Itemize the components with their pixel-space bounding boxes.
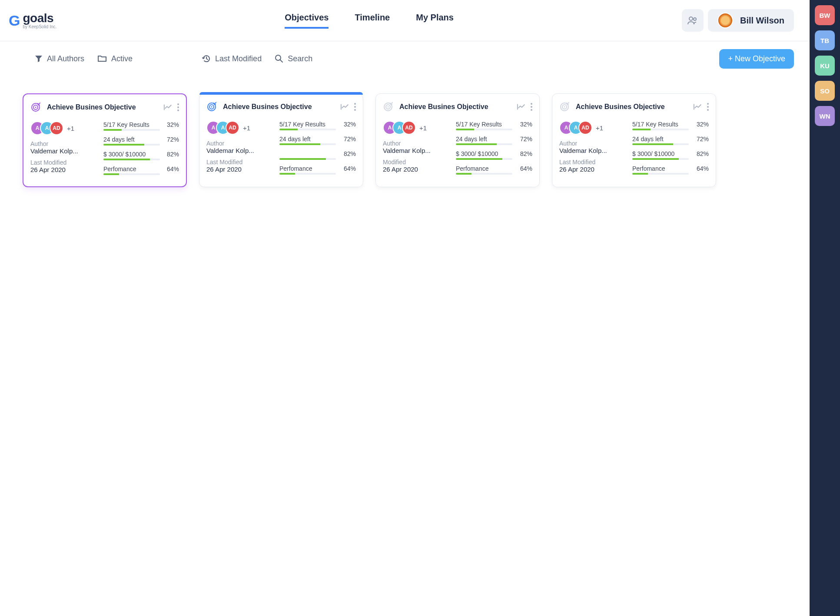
metric-percent: 64% bbox=[520, 165, 532, 172]
collaborator-avatars[interactable]: A A AD +1 bbox=[559, 121, 624, 135]
author-label: Author bbox=[383, 140, 448, 147]
progress-bar bbox=[279, 158, 336, 160]
chart-icon[interactable] bbox=[340, 103, 350, 111]
header: G goals by KeepSolid Inc. Objectives Tim… bbox=[0, 0, 810, 41]
metric-row: 24 days left72% bbox=[456, 136, 532, 145]
modified-value: 26 Apr 2020 bbox=[383, 166, 448, 173]
metric-percent: 72% bbox=[344, 136, 356, 142]
author-value: Valdemar Kolp... bbox=[559, 147, 624, 154]
objective-card[interactable]: Achieve Busines Objective A A AD +1 Auth… bbox=[23, 93, 187, 187]
metric-label: $ 3000/ $10000 bbox=[103, 151, 146, 158]
modified-value: 26 Apr 2020 bbox=[559, 166, 624, 173]
chart-icon[interactable] bbox=[163, 103, 173, 111]
metric-row: Perfomance64% bbox=[279, 165, 356, 175]
new-objective-button[interactable]: + New Objective bbox=[719, 49, 794, 69]
rail-user-chip[interactable]: SO bbox=[815, 81, 835, 101]
collaborator-avatars[interactable]: A A AD +1 bbox=[383, 121, 448, 135]
filter-authors[interactable]: All Authors bbox=[35, 54, 84, 63]
user-chip[interactable]: Bill Wilson bbox=[708, 9, 794, 32]
app-name: goals bbox=[23, 12, 56, 24]
metric-percent: 64% bbox=[344, 165, 356, 172]
card-title: Achieve Busines Objective bbox=[47, 103, 136, 111]
filter-status[interactable]: Active bbox=[97, 54, 133, 63]
metric-row: Perfomance64% bbox=[456, 165, 532, 175]
metric-percent: 72% bbox=[167, 136, 179, 143]
metric-label: 24 days left bbox=[632, 136, 664, 142]
progress-bar bbox=[456, 129, 512, 130]
filter-sort[interactable]: Last Modified bbox=[202, 54, 262, 63]
avatar-extra-count: +1 bbox=[596, 124, 603, 132]
target-icon bbox=[383, 102, 393, 112]
card-title: Achieve Busines Objective bbox=[576, 103, 665, 111]
modified-value: 26 Apr 2020 bbox=[30, 166, 96, 173]
rail-user-chip[interactable]: BW bbox=[815, 5, 835, 25]
author-label: Author bbox=[559, 140, 624, 147]
metric-label: 5/17 Key Results bbox=[632, 121, 678, 128]
metric-percent: 72% bbox=[520, 136, 532, 142]
history-icon bbox=[202, 54, 211, 63]
metric-percent: 32% bbox=[520, 121, 532, 128]
metric-row: 5/17 Key Results32% bbox=[632, 121, 709, 130]
metric-percent: 32% bbox=[167, 121, 179, 128]
objective-card[interactable]: Achieve Busines Objective A A AD +1 Auth… bbox=[375, 93, 540, 187]
chart-icon[interactable] bbox=[693, 103, 703, 111]
target-icon bbox=[30, 102, 41, 113]
avatar-extra-count: +1 bbox=[243, 124, 250, 132]
target-icon bbox=[559, 102, 570, 112]
filter-authors-label: All Authors bbox=[47, 54, 84, 63]
progress-bar bbox=[632, 173, 689, 175]
folder-icon bbox=[97, 55, 107, 63]
more-icon[interactable] bbox=[177, 103, 179, 111]
progress-bar bbox=[103, 144, 160, 146]
metric-row: 5/17 Key Results32% bbox=[279, 121, 356, 130]
avatar-extra-count: +1 bbox=[67, 125, 74, 132]
team-button[interactable] bbox=[682, 9, 704, 32]
card-title: Achieve Busines Objective bbox=[399, 103, 488, 111]
modified-label: Last Modified bbox=[559, 159, 624, 166]
metric-percent: 32% bbox=[697, 121, 709, 128]
progress-bar bbox=[456, 143, 512, 145]
author-value: Valdemar Kolp... bbox=[383, 147, 448, 154]
svg-point-8 bbox=[211, 106, 212, 108]
more-icon[interactable] bbox=[531, 103, 532, 111]
collaborator-avatars[interactable]: A A AD +1 bbox=[206, 121, 272, 135]
progress-bar bbox=[456, 158, 512, 160]
author-value: Valdemar Kolp... bbox=[206, 147, 272, 154]
chart-icon[interactable] bbox=[517, 103, 526, 111]
author-label: Author bbox=[30, 140, 96, 147]
metric-row: $ 3000/ $1000082% bbox=[103, 151, 179, 160]
search[interactable]: Search bbox=[275, 54, 312, 63]
progress-bar bbox=[103, 173, 160, 175]
metric-row: 5/17 Key Results32% bbox=[456, 121, 532, 130]
progress-bar bbox=[456, 173, 512, 175]
rail-user-chip[interactable]: WN bbox=[815, 106, 835, 126]
more-icon[interactable] bbox=[707, 103, 709, 111]
objective-card[interactable]: Achieve Busines Objective A A AD +1 Auth… bbox=[552, 93, 716, 187]
metric-label: 5/17 Key Results bbox=[456, 121, 502, 128]
metric-row: 24 days left72% bbox=[632, 136, 709, 145]
collaborator-avatars[interactable]: A A AD +1 bbox=[30, 121, 96, 135]
nav-objectives[interactable]: Objectives bbox=[285, 13, 329, 29]
progress-bar bbox=[632, 129, 689, 130]
more-icon[interactable] bbox=[354, 103, 356, 111]
progress-bar bbox=[279, 173, 336, 175]
logo-mark-icon: G bbox=[9, 12, 19, 29]
objective-card[interactable]: Achieve Busines Objective A A AD +1 Auth… bbox=[199, 93, 363, 187]
rail-user-chip[interactable]: TB bbox=[815, 30, 835, 50]
metric-percent: 64% bbox=[697, 165, 709, 172]
rail-user-chip[interactable]: KU bbox=[815, 56, 835, 76]
metric-row: 5/17 Key Results32% bbox=[103, 121, 179, 131]
metric-row: $ 3000/ $1000082% bbox=[632, 150, 709, 160]
logo[interactable]: G goals by KeepSolid Inc. bbox=[9, 12, 56, 29]
svg-point-1 bbox=[694, 18, 696, 20]
metric-percent: 82% bbox=[167, 151, 179, 158]
metric-row: 24 days left72% bbox=[103, 136, 179, 146]
target-icon bbox=[206, 102, 217, 112]
metric-percent: 72% bbox=[697, 136, 709, 142]
filter-sort-label: Last Modified bbox=[215, 54, 262, 63]
nav-my-plans[interactable]: My Plans bbox=[416, 13, 454, 29]
metric-percent: 82% bbox=[697, 150, 709, 157]
progress-bar bbox=[279, 143, 336, 145]
avatar: AD bbox=[226, 121, 239, 135]
nav-timeline[interactable]: Timeline bbox=[355, 13, 390, 29]
